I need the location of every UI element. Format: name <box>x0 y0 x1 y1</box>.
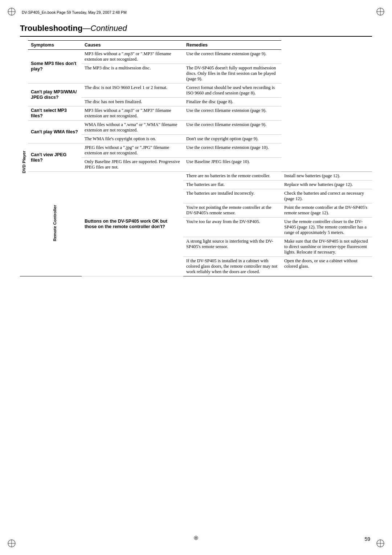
remedy-baseline-jpeg: Use Baseline JPEG files (page 10). <box>183 158 281 172</box>
top-metadata: DV-SP405_En.book Page 59 Tuesday, May 29… <box>22 10 127 15</box>
table-row: DVD Player Some MP3 files don't play? MP… <box>20 50 372 64</box>
cause-flat-batteries: The batteries are flat. <box>183 181 281 189</box>
corner-mark-br <box>375 538 385 548</box>
remedy-too-far: Use the remote controller closer to the … <box>281 218 372 237</box>
remedy-multisession: The DV-SP405 doesn't fully support multi… <box>183 64 281 84</box>
remedy-light-source: Make sure that the DV-SP405 is not subje… <box>281 237 372 257</box>
remedy-not-pointing: Point the remote controller at the DV-SP… <box>281 203 372 218</box>
table-row: Remote Controller Buttons on the DV-SP40… <box>20 172 372 181</box>
cause-light-source: A strong light source is interfering wit… <box>183 237 281 257</box>
header-causes: Causes <box>82 41 183 50</box>
cause-too-far: You're too far away from the DV-SP405. <box>183 218 281 237</box>
svg-point-13 <box>195 537 197 539</box>
remedy-mp3-ext2: Use the correct filename extension (page… <box>183 106 281 121</box>
corner-mark-tr <box>375 7 385 17</box>
table-row: Can't select MP3 files? MP3 files withou… <box>20 106 372 121</box>
corner-mark-tl <box>7 7 17 17</box>
symptom-remote-buttons: Buttons on the DV-SP405 work OK but thos… <box>82 172 183 276</box>
header-symptoms: Symptoms <box>28 41 82 50</box>
symptom-jpeg: Can't view JPEG files? <box>28 143 82 172</box>
cause-iso9660: The disc is not ISO 9660 Level 1 or 2 fo… <box>82 84 183 98</box>
table-row: Can't play MP3/WMA/ JPEG discs? The disc… <box>20 84 372 98</box>
bottom-dot <box>193 535 199 542</box>
header-remedies: Remedies <box>183 41 281 50</box>
remedy-wma-copyright: Don't use the copyright option (page 9). <box>183 135 281 143</box>
table-row: Can't view JPEG files? JPEG files withou… <box>20 143 372 158</box>
cause-cabinet: If the DV-SP405 is installed in a cabine… <box>183 257 281 276</box>
page-number: 59 <box>364 536 370 542</box>
section-label-dvd-player: DVD Player <box>22 151 26 173</box>
remedy-iso9660: Correct format should be used when recor… <box>183 84 281 98</box>
remedy-wrong-batteries: Check the batteries and correct as neces… <box>281 189 372 203</box>
remedy-flat-batteries: Replace with new batteries (page 12). <box>281 181 372 189</box>
corner-mark-bl <box>7 538 17 548</box>
remedy-wma-ext: Use the correct filename extension (page… <box>183 121 281 135</box>
symptom-select-mp3: Can't select MP3 files? <box>28 106 82 121</box>
troubleshoot-table: Symptoms Causes Remedies DVD Player Some… <box>20 40 372 276</box>
title-continued: —Continued <box>82 24 127 33</box>
cause-mp3-ext: MP3 files without a ".mp3" or ".MP3" fil… <box>82 50 183 64</box>
cause-mp3-ext2: MP3 files without a ".mp3" or ".MP3" fil… <box>82 106 183 121</box>
remedy-mp3-ext: Use the correct filename extension (page… <box>183 50 281 64</box>
remedy-no-batteries: Install new batteries (page 12). <box>281 172 372 181</box>
cause-baseline-jpeg: Only Baseline JPEG files are supported. … <box>82 158 183 172</box>
title-main: Troubleshooting <box>20 24 82 33</box>
page-title: Troubleshooting—Continued <box>20 24 372 37</box>
symptom-mp3-play: Some MP3 files don't play? <box>28 50 82 84</box>
symptom-wma: Can't play WMA files? <box>28 121 82 143</box>
cause-wma-ext: WMA files without a ".wma" or ".WMA" fil… <box>82 121 183 135</box>
cause-not-pointing: You're not pointing the remote controlle… <box>183 203 281 218</box>
section-label-remote-controller: Remote Controller <box>28 172 82 276</box>
cause-jpeg-ext: JPEG files without a ".jpg" or ".JPG" fi… <box>82 143 183 158</box>
page-container: DV-SP405_En.book Page 59 Tuesday, May 29… <box>0 0 392 555</box>
symptom-mp3wma-jpeg: Can't play MP3/WMA/ JPEG discs? <box>28 84 82 106</box>
main-content: Troubleshooting—Continued Symptoms Cause… <box>20 24 372 276</box>
cause-wma-copyright: The WMA file's copyright option is on. <box>82 135 183 143</box>
cause-not-finalized: The disc has not been finalized. <box>82 98 183 106</box>
cause-multisession: The MP3 disc is a multisession disc. <box>82 64 183 84</box>
table-row: Can't play WMA files? WMA files without … <box>20 121 372 135</box>
remedy-jpeg-ext: Use the correct filename extension (page… <box>183 143 281 158</box>
remedy-cabinet: Open the doors, or use a cabinet without… <box>281 257 372 276</box>
cause-wrong-batteries: The batteries are installed incorrectly. <box>183 189 281 203</box>
remedy-finalize: Finalize the disc (page 8). <box>183 98 281 106</box>
cause-no-batteries: There are no batteries in the remote con… <box>183 172 281 181</box>
